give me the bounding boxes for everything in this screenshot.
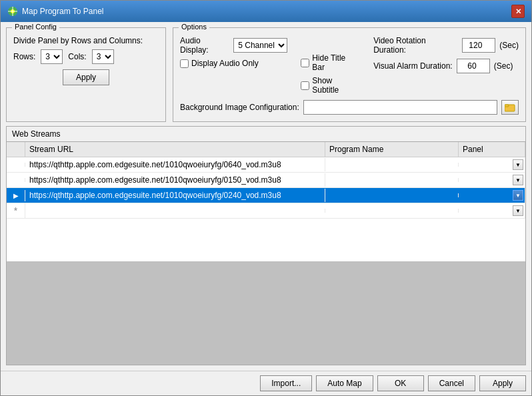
display-audio-only-row: Display Audio Only <box>180 59 287 68</box>
panel-config-legend: Panel Config <box>12 23 59 31</box>
web-streams-section: Web Streams Stream URL Program Name Pane… <box>6 126 526 365</box>
video-rotation-input[interactable]: 120 <box>462 38 495 53</box>
divide-label: Divide Panel by Rows and Columns: <box>13 36 143 45</box>
th-arrow <box>7 142 25 157</box>
import-button[interactable]: Import... <box>260 375 312 391</box>
td-panel-4: ▼ <box>459 203 525 218</box>
dialog: Map Program To Panel ✕ Panel Config Divi… <box>0 0 532 396</box>
ok-button[interactable]: OK <box>377 375 424 391</box>
panel-dropdown-3[interactable]: ▼ <box>513 190 523 201</box>
table-container: Stream URL Program Name Panel https://qt… <box>7 142 525 365</box>
td-panel-3: ▼ <box>459 188 525 203</box>
audio-display-label: Audio Display: <box>180 36 229 55</box>
td-url-3: https://qthttp.apple.com.edgesuite.net/1… <box>25 189 325 202</box>
th-program-name: Program Name <box>325 142 459 157</box>
options-legend: Options <box>179 23 209 31</box>
td-panel-2: ▼ <box>459 173 525 187</box>
cols-select[interactable]: 123456 <box>92 49 114 64</box>
td-panel-1: ▼ <box>459 157 525 172</box>
cancel-button[interactable]: Cancel <box>428 375 475 391</box>
visual-alarm-sec: (Sec) <box>494 61 513 71</box>
bottom-toolbar: Import... Auto Map OK Cancel Apply <box>1 371 531 395</box>
video-rotation-row: Video Rotation Duration: 120 (Sec) <box>373 36 519 55</box>
bg-image-input[interactable] <box>303 100 497 115</box>
panel-dropdown-4[interactable]: ▼ <box>513 205 523 216</box>
rows-label: Rows: <box>13 52 35 61</box>
show-subtitle-row: Show Subtitle <box>301 76 360 95</box>
table-row[interactable]: https://qthttp.apple.com.edgesuite.net/1… <box>7 157 525 173</box>
rows-select[interactable]: 123456 <box>41 49 63 64</box>
bg-image-row: Background Image Configuration: <box>180 100 519 115</box>
td-program-4 <box>325 209 459 213</box>
rows-cols-row: Rows: 123456 Cols: 123456 <box>13 49 159 64</box>
panel-config: Panel Config Divide Panel by Rows and Co… <box>6 27 166 122</box>
folder-button[interactable] <box>501 100 519 115</box>
table-header: Stream URL Program Name Panel <box>7 142 525 157</box>
visual-alarm-label: Visual Alarm Duration: <box>373 61 453 71</box>
audio-display-select[interactable]: 2 Channel 5 Channel 6 Channel <box>233 38 287 53</box>
auto-map-button[interactable]: Auto Map <box>316 375 373 391</box>
table-row[interactable]: https://qthttp.apple.com.edgesuite.net/1… <box>7 173 525 188</box>
svg-rect-5 <box>505 105 509 107</box>
bg-image-label: Background Image Configuration: <box>180 103 299 112</box>
title-bar: Map Program To Panel ✕ <box>1 1 531 22</box>
td-url-1: https://qthttp.apple.com.edgesuite.net/1… <box>25 158 325 171</box>
panel-dropdown-2[interactable]: ▼ <box>513 175 523 185</box>
bottom-apply-button[interactable]: Apply <box>479 375 526 391</box>
audio-display-row: Audio Display: 2 Channel 5 Channel 6 Cha… <box>180 36 287 55</box>
hide-title-bar-label: Hide Title Bar <box>312 53 360 72</box>
td-url-2: https://qthttp.apple.com.edgesuite.net/1… <box>25 173 325 187</box>
td-arrow-2 <box>7 178 25 182</box>
td-program-2 <box>325 178 459 182</box>
divide-label-row: Divide Panel by Rows and Columns: <box>13 36 159 45</box>
close-button[interactable]: ✕ <box>511 5 525 18</box>
video-rotation-label: Video Rotation Duration: <box>373 36 458 55</box>
td-program-3 <box>325 193 459 197</box>
table-row[interactable]: * ▼ <box>7 203 525 219</box>
options-section: Options Audio Display: 2 Channel 5 Chann… <box>173 27 526 122</box>
show-subtitle-checkbox[interactable] <box>301 81 309 90</box>
hide-title-bar-checkbox[interactable] <box>301 59 309 67</box>
empty-area <box>7 261 525 365</box>
td-program-1 <box>325 163 459 167</box>
app-icon <box>7 6 18 17</box>
cols-label: Cols: <box>68 52 86 61</box>
apply-button[interactable]: Apply <box>63 69 109 85</box>
video-rotation-sec: (Sec) <box>499 41 519 50</box>
th-panel: Panel <box>459 142 525 157</box>
dialog-body: Panel Config Divide Panel by Rows and Co… <box>1 22 531 371</box>
hide-title-bar-row: Hide Title Bar <box>301 53 360 72</box>
td-url-4 <box>25 209 325 213</box>
title-bar-left: Map Program To Panel <box>7 6 104 17</box>
folder-icon <box>505 103 515 112</box>
td-arrow-4: * <box>7 203 25 218</box>
table-body: https://qthttp.apple.com.edgesuite.net/1… <box>7 157 525 261</box>
display-audio-only-label: Display Audio Only <box>191 59 259 68</box>
apply-btn-container: Apply <box>13 69 159 85</box>
table-row[interactable]: ▶ https://qthttp.apple.com.edgesuite.net… <box>7 188 525 203</box>
visual-alarm-row: Visual Alarm Duration: 60 (Sec) <box>373 59 519 73</box>
show-subtitle-label: Show Subtitle <box>312 76 360 95</box>
th-stream-url: Stream URL <box>25 142 325 157</box>
td-arrow-1 <box>7 163 25 167</box>
panel-dropdown-1[interactable]: ▼ <box>513 159 523 170</box>
display-audio-only-checkbox[interactable] <box>180 59 189 68</box>
web-streams-header: Web Streams <box>7 127 525 142</box>
td-arrow-3: ▶ <box>7 190 25 201</box>
visual-alarm-input[interactable]: 60 <box>457 59 490 73</box>
top-section: Panel Config Divide Panel by Rows and Co… <box>6 27 526 122</box>
dialog-title: Map Program To Panel <box>22 7 104 16</box>
